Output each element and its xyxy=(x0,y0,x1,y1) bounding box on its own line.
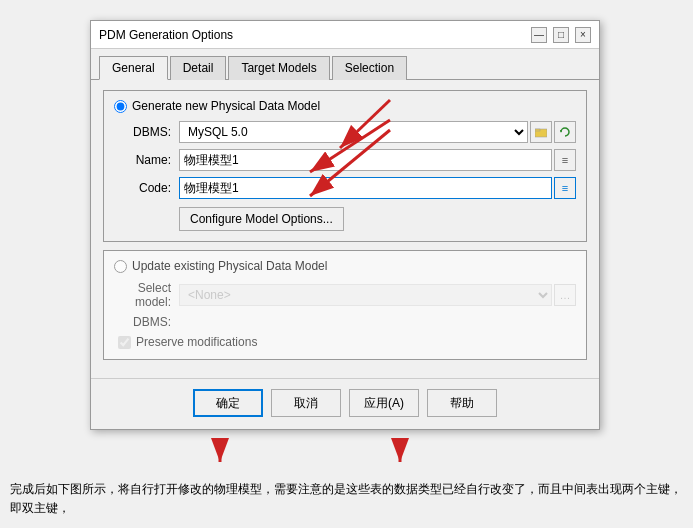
update-model-radio[interactable] xyxy=(114,260,127,273)
new-model-radio-row: Generate new Physical Data Model xyxy=(114,99,576,113)
name-input[interactable] xyxy=(179,149,552,171)
new-model-radio-label: Generate new Physical Data Model xyxy=(132,99,320,113)
dialog-controls: — □ × xyxy=(531,27,591,43)
name-row: Name: ≡ xyxy=(114,149,576,171)
cancel-button[interactable]: 取消 xyxy=(271,389,341,417)
svg-rect-1 xyxy=(535,129,540,131)
dbms-label: DBMS: xyxy=(114,125,179,139)
name-label: Name: xyxy=(114,153,179,167)
dbms-row: DBMS: MySQL 5.0 xyxy=(114,121,576,143)
preserve-label: Preserve modifications xyxy=(136,335,257,349)
update-model-radio-row: Update existing Physical Data Model xyxy=(114,259,576,273)
select-model-group: <None> … xyxy=(179,284,576,306)
bottom-text: 完成后如下图所示，将自行打开修改的物理模型，需要注意的是这些表的数据类型已经自行… xyxy=(10,480,683,518)
dbms2-row: DBMS: xyxy=(114,315,576,329)
dialog-content: Generate new Physical Data Model DBMS: M… xyxy=(91,80,599,378)
configure-button[interactable]: Configure Model Options... xyxy=(179,207,344,231)
name-input-group: ≡ xyxy=(179,149,576,171)
select-model-row: Select model: <None> … xyxy=(114,281,576,309)
dialog-titlebar: PDM Generation Options — □ × xyxy=(91,21,599,49)
dialog-title: PDM Generation Options xyxy=(99,28,233,42)
dbms-input-group: MySQL 5.0 xyxy=(179,121,576,143)
dbms2-label: DBMS: xyxy=(114,315,179,329)
dialog-window: PDM Generation Options — □ × General Det… xyxy=(90,20,600,430)
configure-btn-container: Configure Model Options... xyxy=(179,205,576,231)
code-row: Code: ≡ xyxy=(114,177,576,199)
page-background: PDM Generation Options — □ × General Det… xyxy=(0,0,693,528)
help-button[interactable]: 帮助 xyxy=(427,389,497,417)
tab-selection[interactable]: Selection xyxy=(332,56,407,80)
ok-button[interactable]: 确定 xyxy=(193,389,263,417)
dbms-refresh-icon[interactable] xyxy=(554,121,576,143)
preserve-checkbox xyxy=(118,336,131,349)
code-input[interactable] xyxy=(179,177,552,199)
tab-target-models[interactable]: Target Models xyxy=(228,56,329,80)
select-model-browse-icon: … xyxy=(554,284,576,306)
update-model-group: Update existing Physical Data Model Sele… xyxy=(103,250,587,360)
close-button[interactable]: × xyxy=(575,27,591,43)
code-icon-btn[interactable]: ≡ xyxy=(554,177,576,199)
select-model-label: Select model: xyxy=(114,281,179,309)
apply-button[interactable]: 应用(A) xyxy=(349,389,419,417)
dialog-footer: 确定 取消 应用(A) 帮助 xyxy=(91,378,599,429)
name-icon-btn[interactable]: ≡ xyxy=(554,149,576,171)
new-model-group: Generate new Physical Data Model DBMS: M… xyxy=(103,90,587,242)
restore-button[interactable]: □ xyxy=(553,27,569,43)
tabs-bar: General Detail Target Models Selection xyxy=(91,49,599,80)
new-model-radio[interactable] xyxy=(114,100,127,113)
preserve-row: Preserve modifications xyxy=(118,335,576,349)
select-model-select: <None> xyxy=(179,284,552,306)
minimize-button[interactable]: — xyxy=(531,27,547,43)
tab-detail[interactable]: Detail xyxy=(170,56,227,80)
tab-general[interactable]: General xyxy=(99,56,168,80)
code-input-group: ≡ xyxy=(179,177,576,199)
dbms-select[interactable]: MySQL 5.0 xyxy=(179,121,528,143)
code-label: Code: xyxy=(114,181,179,195)
dbms-folder-icon[interactable] xyxy=(530,121,552,143)
update-model-radio-label: Update existing Physical Data Model xyxy=(132,259,327,273)
